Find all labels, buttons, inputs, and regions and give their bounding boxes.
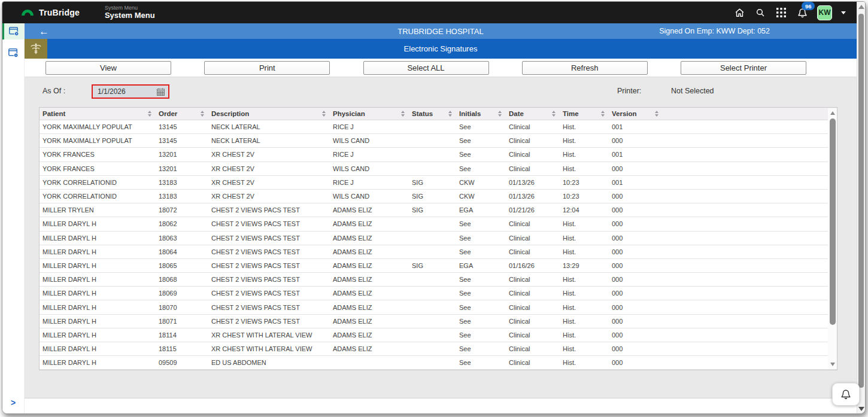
sidebar-item-current-session[interactable]: [2, 23, 24, 39]
cell-initials: CKW: [456, 176, 506, 189]
scroll-down-arrow-icon[interactable]: [828, 361, 837, 368]
table-row[interactable]: YORK MAXIMALLY POPULAT13145NECK LATERALW…: [40, 134, 837, 148]
user-menu-chevron-down-icon[interactable]: [841, 11, 846, 14]
sort-icon[interactable]: [448, 111, 456, 117]
cell-initials: See: [456, 232, 506, 245]
table-row[interactable]: MILLER DARYL H09509ED US ABDOMENSeeClini…: [40, 356, 837, 370]
view-button[interactable]: View: [45, 61, 171, 75]
cell-filler: [663, 259, 837, 272]
column-header-initials[interactable]: Initials: [456, 108, 506, 120]
cell-date: Clinical: [506, 328, 560, 342]
cell-order: 18063: [156, 232, 208, 245]
cell-filler: [663, 203, 837, 217]
sort-icon[interactable]: [552, 111, 560, 117]
cell-date: Clinical: [506, 245, 560, 258]
cell-initials: See: [456, 328, 506, 342]
window-scroll-down-arrow-icon[interactable]: [858, 407, 864, 411]
table-row[interactable]: MILLER DARYL H18070CHEST 2 VIEWS PACS TE…: [40, 300, 837, 314]
sort-icon[interactable]: [401, 111, 409, 117]
brand-name: TruBridge: [39, 8, 80, 17]
select-all-button[interactable]: Select ALL: [363, 61, 489, 75]
sort-icon[interactable]: [201, 111, 208, 117]
cell-patient: YORK CORRELATIONID: [40, 190, 156, 203]
cell-patient: YORK FRANCES: [40, 148, 156, 161]
cell-date: Clinical: [506, 356, 560, 369]
cell-filler: [663, 300, 837, 313]
table-header: PatientOrderDescriptionPhysicianStatusIn…: [40, 108, 837, 120]
column-header-physician[interactable]: Physician: [330, 108, 409, 120]
sort-icon[interactable]: [148, 111, 156, 117]
cell-description: CHEST 2 VIEWS PACS TEST: [208, 259, 330, 272]
notifications-bell-icon[interactable]: 96: [796, 7, 808, 19]
as-of-date-input[interactable]: 1/1/2026: [92, 84, 169, 99]
cell-status: [409, 342, 456, 355]
cell-version: 000: [609, 190, 663, 203]
table-row[interactable]: YORK MAXIMALLY POPULAT13145NECK LATERALR…: [40, 120, 837, 134]
column-header-status[interactable]: Status: [409, 108, 456, 120]
table-row[interactable]: MILLER DARYL H18068CHEST 2 VIEWS PACS TE…: [40, 273, 837, 287]
select-printer-button[interactable]: Select Printer: [681, 61, 806, 75]
cell-initials: See: [456, 120, 506, 133]
sort-icon[interactable]: [601, 111, 609, 117]
search-icon[interactable]: [754, 7, 766, 19]
table-row[interactable]: MILLER DARYL H18115XR CHEST WITH LATERAL…: [40, 342, 837, 356]
calendar-icon[interactable]: [157, 88, 165, 96]
apps-grid-icon[interactable]: [775, 7, 787, 19]
floating-notifications-button[interactable]: [832, 383, 860, 406]
home-icon[interactable]: [733, 7, 745, 19]
cell-physician: ADAMS ELIZ: [330, 328, 409, 342]
column-header-description[interactable]: Description: [208, 108, 330, 120]
cell-date: 01/13/26: [506, 176, 560, 189]
cell-initials: See: [456, 245, 506, 258]
table-row[interactable]: YORK FRANCES13201XR CHEST 2VWILS CANDSee…: [40, 162, 837, 176]
table-row[interactable]: MILLER DARYL H18063CHEST 2 VIEWS PACS TE…: [40, 232, 837, 245]
cell-patient: YORK MAXIMALLY POPULAT: [40, 134, 156, 147]
cell-physician: WILS CAND: [330, 134, 409, 147]
column-header-date[interactable]: Date: [506, 108, 560, 120]
cell-time: Hist.: [560, 217, 609, 230]
table-row[interactable]: MILLER DARYL H18065CHEST 2 VIEWS PACS TE…: [40, 259, 837, 273]
column-label: Status: [412, 110, 433, 117]
window-content: TruBridge System Menu System Menu 96: [2, 2, 857, 413]
column-header-patient[interactable]: Patient: [40, 108, 156, 120]
table-row[interactable]: MILLER DARYL H18062CHEST 2 VIEWS PACS TE…: [40, 217, 837, 231]
cell-date: Clinical: [506, 148, 560, 161]
cell-filler: [663, 342, 837, 355]
refresh-button[interactable]: Refresh: [522, 61, 648, 75]
table-row[interactable]: YORK CORRELATIONID13183XR CHEST 2VRICE J…: [40, 176, 837, 190]
cell-physician: ADAMS ELIZ: [330, 300, 409, 313]
cell-date: Clinical: [506, 300, 560, 313]
cell-patient: MILLER DARYL H: [40, 217, 156, 230]
table-row[interactable]: MILLER DARYL H18064CHEST 2 VIEWS PACS TE…: [40, 245, 837, 259]
cell-description: CHEST 2 VIEWS PACS TEST: [208, 273, 330, 286]
cell-patient: MILLER DARYL H: [40, 232, 156, 245]
table-row[interactable]: YORK CORRELATIONID13183XR CHEST 2VWILS C…: [40, 190, 837, 203]
user-avatar[interactable]: KW: [817, 5, 832, 20]
print-button[interactable]: Print: [204, 61, 330, 75]
sidebar-item-other-session[interactable]: [2, 45, 24, 61]
sort-icon[interactable]: [498, 111, 506, 117]
sidebar-expand-chevron-icon[interactable]: >: [2, 398, 24, 407]
cell-version: 000: [609, 287, 663, 300]
window-scrollbar-thumb[interactable]: [858, 14, 864, 388]
column-header-time[interactable]: Time: [560, 108, 609, 120]
table-scrollbar[interactable]: [828, 108, 837, 369]
table-row[interactable]: YORK FRANCES13201XR CHEST 2VRICE JSeeCli…: [40, 148, 837, 162]
table-row[interactable]: MILLER DARYL H18069CHEST 2 VIEWS PACS TE…: [40, 287, 837, 300]
sort-icon[interactable]: [322, 111, 330, 117]
cell-order: 18064: [156, 245, 208, 258]
sort-icon[interactable]: [655, 111, 663, 117]
window-scroll-up-arrow-icon[interactable]: [858, 5, 864, 9]
cell-time: Hist.: [560, 162, 609, 175]
table-row[interactable]: MILLER DARYL H18071CHEST 2 VIEWS PACS TE…: [40, 315, 837, 328]
table-scrollbar-thumb[interactable]: [830, 118, 836, 325]
table-row[interactable]: MILLER TRYLEN18072CHEST 2 VIEWS PACS TES…: [40, 203, 837, 217]
column-label: Description: [211, 110, 249, 117]
cell-version: 000: [609, 162, 663, 175]
table-row[interactable]: MILLER DARYL H18114XR CHEST WITH LATERAL…: [40, 328, 837, 342]
window-scrollbar[interactable]: [857, 2, 865, 413]
cell-description: XR CHEST WITH LATERAL VIEW: [208, 342, 330, 355]
scroll-up-arrow-icon[interactable]: [828, 109, 837, 117]
column-header-version[interactable]: Version: [609, 108, 663, 120]
column-header-order[interactable]: Order: [156, 108, 208, 120]
